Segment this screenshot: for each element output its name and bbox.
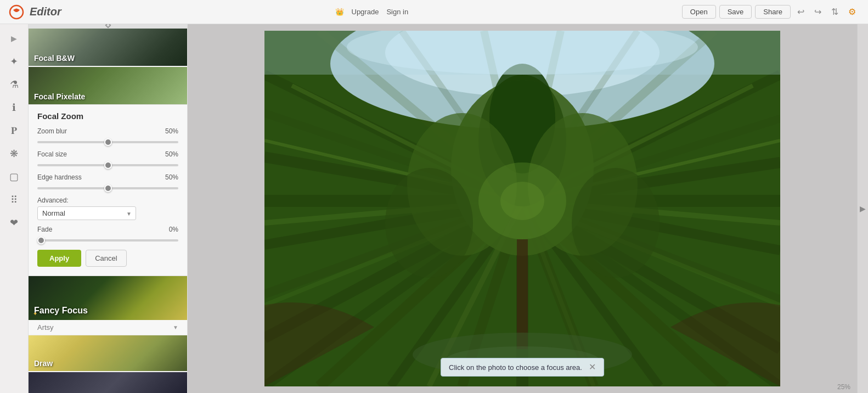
sticker-tool[interactable]: ❋ [4,144,24,164]
panel-scroll[interactable]: Focal B&W Focal Pixelate Focal Zoom Zoom… [29,29,187,393]
right-panel-collapse[interactable]: ▶ [857,24,868,393]
collapse-arrow-icon: ▶ [860,204,866,213]
focal-size-label: Focal size [37,150,67,158]
topbar-left: Editor [9,4,61,20]
edge-hardness-slider[interactable] [37,187,178,189]
logo-text: Editor [30,5,61,18]
edge-hardness-label: Edge hardness [37,173,82,181]
fancy-focus-label: Fancy Focus [34,306,88,316]
advanced-select-wrap: Normal Darken Lighten Screen Multiply ▼ [37,206,136,220]
filter-film-grain[interactable]: Film Grain [29,372,187,393]
photo-background [264,31,780,386]
fade-value: 0% [169,226,178,233]
text-tool[interactable]: 𝐏 [4,121,24,141]
artsy-arrow-icon: ▼ [173,324,178,330]
tooltip-text: Click on the photo to choose a focus are… [449,363,582,372]
effects-tool[interactable]: ✦ [4,52,24,71]
zoom-level: 25% [837,383,850,391]
filter-focal-bw[interactable]: Focal B&W [29,29,187,66]
top-bar: Editor 👑 Upgrade Sign in Open Save Share… [0,0,868,24]
open-button[interactable]: Open [682,5,716,19]
share-button[interactable]: Share [755,5,791,19]
topbar-upgrade-area: 👑 Upgrade Sign in [335,8,409,16]
layers-button[interactable]: ⇅ [828,4,842,19]
adjust-tool[interactable]: ⚗ [4,75,24,94]
filter-fancy-focus[interactable]: Fancy Focus ✦ [29,276,187,320]
grid-tool[interactable]: ⠿ [4,190,24,210]
apply-button[interactable]: Apply [37,250,81,267]
artsy-label: Artsy [37,323,54,332]
canvas-area[interactable]: Click on the photo to choose a focus are… [188,24,857,393]
left-panel: Focal B&W Focal Pixelate Focal Zoom Zoom… [29,24,188,393]
focal-pixelate-label: Focal Pixelate [34,92,85,101]
cancel-button[interactable]: Cancel [86,250,126,267]
effects-icon: ✦ [10,55,18,68]
focus-tooltip: Click on the photo to choose a focus are… [441,358,604,377]
draw-label: Draw [34,359,53,368]
action-buttons: Apply Cancel [37,250,178,267]
alert-button[interactable]: ⚙ [845,4,859,19]
undo-button[interactable]: ↩ [794,4,808,19]
fancy-focus-sparkle-icon: ✦ [33,311,37,317]
info-icon: ℹ [12,102,16,114]
scroll-top [29,24,187,29]
main-area: ▶ ✦ ⚗ ℹ 𝐏 ❋ ▢ ⠿ ❤ [0,24,868,393]
zoom-blur-slider[interactable] [37,141,178,143]
filter-draw[interactable]: Draw [29,335,187,371]
advanced-row: Advanced: Normal Darken Lighten Screen M… [37,196,178,220]
upgrade-icon: 👑 [335,8,344,16]
focal-bw-label: Focal B&W [34,54,75,63]
redo-button[interactable]: ↪ [811,4,825,19]
upgrade-link[interactable]: Upgrade [352,8,379,16]
focal-size-slider[interactable] [37,164,178,166]
edge-hardness-value: 50% [165,173,178,181]
brush-icon: ❤ [10,217,18,229]
edge-hardness-row: Edge hardness 50% [37,173,178,191]
save-button[interactable]: Save [719,5,752,19]
zoom-blur-row: Zoom blur 50% [37,127,178,145]
text-icon: 𝐏 [11,125,17,137]
artsy-row[interactable]: Artsy ▼ [29,320,187,335]
adjust-icon: ⚗ [10,78,19,91]
expand-arrow-icon[interactable]: ▶ [4,29,24,48]
topbar-center: Open Save Share ↩ ↪ ⇅ ⚙ [682,4,859,19]
fade-label: Fade [37,226,52,233]
focal-size-row: Focal size 50% [37,150,178,168]
zoom-blur-label: Zoom blur [37,127,67,135]
signin-link[interactable]: Sign in [386,8,408,16]
photo-container[interactable]: Click on the photo to choose a focus are… [264,31,780,386]
brush-tool[interactable]: ❤ [4,213,24,233]
sticker-icon: ❋ [10,148,18,160]
tooltip-close-button[interactable]: ✕ [589,363,596,372]
focal-zoom-title: Focal Zoom [37,111,178,121]
fade-slider[interactable] [37,239,178,242]
focal-zoom-panel: Focal Zoom Zoom blur 50% Focal size 50% [29,104,187,276]
svg-point-1 [15,8,18,11]
zoom-blur-value: 50% [165,127,178,135]
advanced-label: Advanced: [37,196,178,204]
filter-focal-pixelate[interactable]: Focal Pixelate [29,67,187,104]
focal-size-value: 50% [165,150,178,158]
info-tool[interactable]: ℹ [4,98,24,117]
frame-icon: ▢ [9,171,19,183]
fade-row: Fade 0% [37,226,178,243]
grid-icon: ⠿ [10,194,18,206]
advanced-select[interactable]: Normal Darken Lighten Screen Multiply [37,206,136,220]
tools-sidebar: ▶ ✦ ⚗ ℹ 𝐏 ❋ ▢ ⠿ ❤ [0,24,29,393]
scroll-up-arrow[interactable] [105,24,111,29]
logo-icon [9,4,24,20]
frame-tool[interactable]: ▢ [4,167,24,187]
zoom-level-text: 25% [837,383,850,391]
